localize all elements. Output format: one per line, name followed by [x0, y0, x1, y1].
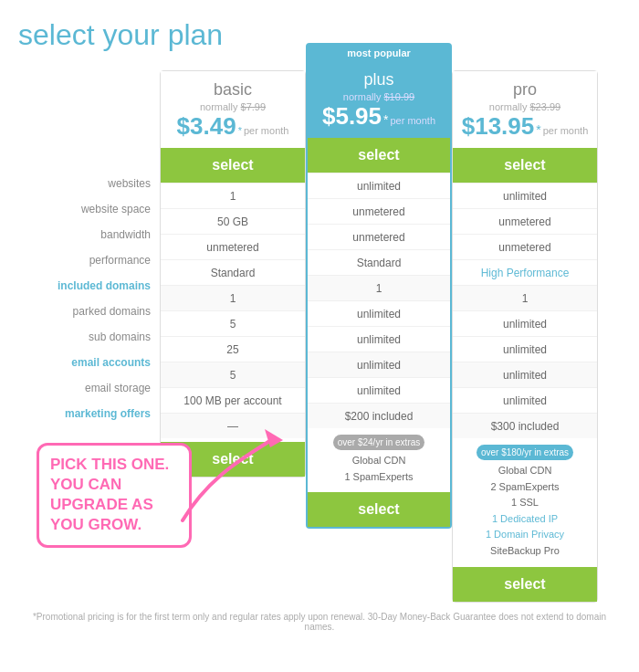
pro-extras-badge: over $180/yr in extras [477, 445, 573, 460]
plus-parked-domains: unlimited [308, 300, 450, 326]
plan-basic-name: basic [165, 80, 300, 100]
plan-pro-normally: normally $23.99 [457, 101, 592, 112]
plan-pro-permonth: per month [543, 125, 589, 136]
basic-performance: Standard [161, 259, 305, 285]
plan-plus-permonth: per month [391, 115, 436, 126]
plus-marketing-offers: $200 included [308, 403, 450, 428]
pro-included-domains: 1 [453, 285, 597, 310]
plan-plus: most popular plus normally $10.99 $5.95 … [306, 43, 452, 529]
footnote: *Promotional pricing is for the first te… [18, 612, 621, 632]
basic-website-space: 50 GB [161, 208, 305, 234]
plan-plus-header: plus normally $10.99 $5.95 * per month [308, 61, 450, 138]
plan-basic-normally: normally $7.99 [165, 101, 300, 112]
pro-parked-domains: unlimited [453, 310, 597, 336]
basic-bandwidth: unmetered [161, 234, 305, 259]
label-sub-domains: sub domains [41, 324, 160, 350]
label-performance: performance [41, 247, 160, 273]
basic-marketing-offers: — [161, 413, 305, 438]
plus-sub-domains: unlimited [308, 326, 450, 352]
label-websites: websites [41, 171, 160, 196]
pro-performance: High Performance [453, 259, 597, 285]
plan-pro-features: unlimited unmetered unmetered High Perfo… [453, 183, 597, 438]
pro-extra-5: 1 Domain Privacy [457, 527, 592, 543]
basic-websites: 1 [161, 183, 305, 208]
pro-extra-2: 2 SpamExperts [457, 479, 592, 496]
plan-plus-normally: normally $10.99 [312, 91, 445, 102]
pro-email-storage: unlimited [453, 387, 597, 413]
plus-extra-2: 1 SpamExperts [312, 469, 445, 486]
plan-plus-select-top[interactable]: select [308, 138, 450, 173]
plan-basic-price: $3.49 [177, 112, 236, 141]
pro-extra-1: Global CDN [457, 463, 592, 479]
plan-pro: pro normally $23.99 $13.95 * per month s… [452, 70, 598, 603]
pro-email-accounts: unlimited [453, 362, 597, 387]
label-email-storage: email storage [41, 375, 160, 401]
plan-basic-select-top[interactable]: select [161, 148, 305, 183]
feature-labels-column: websites website space bandwidth perform… [41, 70, 160, 426]
basic-email-accounts: 5 [161, 362, 305, 387]
annotation-text: PICK THIS ONE. YOU CAN UPGRADE AS YOU GR… [50, 456, 169, 533]
most-popular-badge: most popular [308, 45, 450, 61]
plan-pro-select-bottom[interactable]: select [453, 567, 597, 602]
plan-pro-select-top[interactable]: select [453, 148, 597, 183]
label-included-domains: included domains [41, 273, 160, 299]
plus-email-accounts: unlimited [308, 352, 450, 377]
pro-extra-6: SiteBackup Pro [457, 543, 592, 560]
plan-plus-select-bottom[interactable]: select [308, 492, 450, 527]
plus-extras-badge: over $24/yr in extras [333, 435, 425, 450]
plan-basic-permonth: per month [244, 125, 289, 136]
pro-marketing-offers: $300 included [453, 413, 597, 438]
basic-email-storage: 100 MB per account [161, 387, 305, 413]
plan-pro-name: pro [457, 80, 592, 100]
plus-extras: over $24/yr in extras Global CDN 1 SpamE… [308, 428, 450, 488]
basic-parked-domains: 5 [161, 310, 305, 336]
plan-basic-features: 1 50 GB unmetered Standard 1 5 25 5 100 … [161, 183, 305, 438]
pro-website-space: unmetered [453, 208, 597, 234]
plus-included-domains: 1 [308, 275, 450, 300]
plus-website-space: unmetered [308, 198, 450, 224]
plan-plus-features: unlimited unmetered unmetered Standard 1… [308, 173, 450, 428]
pro-bandwidth: unmetered [453, 234, 597, 259]
label-website-space: website space [41, 196, 160, 222]
label-marketing-offers: marketing offers [41, 401, 160, 426]
pro-sub-domains: unlimited [453, 336, 597, 362]
plan-basic-header: basic normally $7.99 $3.49 * per month [161, 71, 305, 148]
label-email-accounts: email accounts [41, 350, 160, 375]
label-bandwidth: bandwidth [41, 222, 160, 247]
plus-email-storage: unlimited [308, 377, 450, 403]
plus-extra-1: Global CDN [312, 453, 445, 469]
pro-extra-3: 1 SSL [457, 495, 592, 511]
pro-extra-4: 1 Dedicated IP [457, 511, 592, 528]
plan-plus-price: $5.95 [322, 102, 382, 131]
plus-websites: unlimited [308, 173, 450, 198]
plan-pro-header: pro normally $23.99 $13.95 * per month [453, 71, 597, 148]
basic-sub-domains: 25 [161, 336, 305, 362]
annotation-box: PICK THIS ONE. YOU CAN UPGRADE AS YOU GR… [37, 443, 192, 547]
plus-performance: Standard [308, 249, 450, 275]
pro-extras: over $180/yr in extras Global CDN 2 Spam… [453, 438, 597, 563]
basic-included-domains: 1 [161, 285, 305, 310]
label-parked-domains: parked domains [41, 299, 160, 324]
plus-bandwidth: unmetered [308, 224, 450, 249]
plan-pro-price: $13.95 [462, 112, 535, 141]
pro-websites: unlimited [453, 183, 597, 208]
plan-basic: basic normally $7.99 $3.49 * per month s… [160, 70, 306, 478]
plan-plus-name: plus [312, 70, 445, 89]
